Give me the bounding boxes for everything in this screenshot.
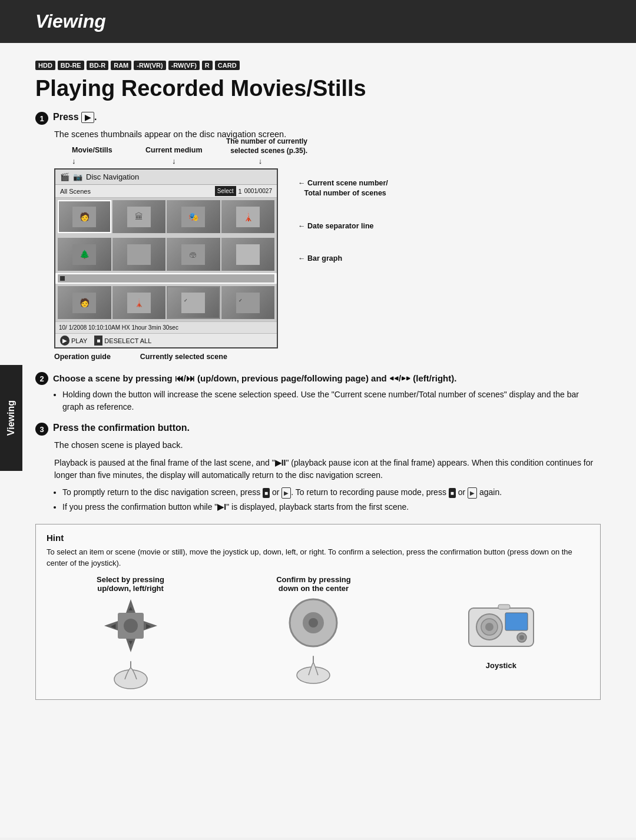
hint-controls: Select by pressing up/down, left/right [47, 575, 589, 691]
svg-rect-13 [236, 244, 260, 265]
svg-text:🌲: 🌲 [80, 250, 90, 260]
svg-point-28 [124, 619, 138, 633]
callout-bar-graph: ← Bar graph [298, 254, 388, 264]
step1-body: The scenes thumbnails appear on the disc… [54, 128, 601, 363]
diagram-left-col: Movie/Stills ↓ Current medium ↓ The numb… [54, 146, 290, 363]
screen-box: 🎬 📷 Disc Navigation All Scenes Select 1 [54, 168, 278, 349]
select-num: 1 [238, 187, 242, 197]
screen-select-info: Select 1 0001/0027 [215, 186, 272, 196]
play-label: PLAY [71, 336, 87, 346]
svg-rect-42 [505, 613, 528, 630]
svg-point-44 [519, 635, 524, 640]
dpad-svg: ▲ ▼ ◀ ▶ [101, 596, 160, 655]
badge-bdr: BD-R [87, 61, 109, 70]
svg-text:✓: ✓ [184, 298, 188, 303]
svg-point-36 [309, 618, 318, 627]
step3-body: The chosen scene is played back. Playbac… [54, 439, 601, 513]
side-tab: Viewing [0, 365, 22, 471]
svg-text:🏟: 🏟 [189, 250, 197, 259]
side-tab-text: Viewing [6, 400, 16, 436]
select-label: Select by pressing up/down, left/right [97, 575, 164, 593]
right-callouts: ← Current scene number/ Total number of … [298, 146, 388, 270]
svg-rect-45 [498, 605, 510, 609]
select-badge: Select [215, 186, 236, 196]
thumb-6 [112, 238, 166, 271]
screen-statusbar: 10/ 1/2008 10:10:10AM HX 1hour 3min 30se… [55, 321, 277, 333]
thumbnails-row2: 🌲 [55, 235, 277, 273]
confirm-btn-svg [287, 596, 340, 649]
screen-titlebar: 🎬 📷 Disc Navigation [55, 170, 277, 185]
callout-scene-number: ← Current scene number/ Total number of … [298, 178, 388, 199]
deselect-btn: ■ DESELECT ALL [94, 336, 151, 346]
screen-nav-title: Disc Navigation [86, 171, 139, 183]
hand-select-svg [107, 659, 154, 691]
step2-header: 2 Choose a scene by pressing ⏮/⏭ (up/dow… [35, 372, 601, 385]
thumb-8 [221, 238, 275, 271]
thumb-7: 🏟 [167, 238, 220, 271]
step3-desc1: The chosen scene is played back. [54, 439, 601, 452]
svg-rect-14 [60, 276, 65, 281]
badge-ram: RAM [111, 61, 131, 70]
badge-hdd: HDD [35, 61, 55, 70]
badge-r: R [202, 61, 213, 70]
top-labels: Movie/Stills ↓ Current medium ↓ The numb… [54, 146, 290, 167]
header-bar: Viewing [0, 0, 636, 43]
bottom-labels: Operation guide Currently selected scene [54, 351, 290, 363]
svg-text:▲: ▲ [127, 605, 134, 612]
camera-svg [463, 596, 539, 655]
svg-text:🧑: 🧑 [80, 212, 90, 222]
thumb-4: 🗼 [221, 200, 275, 233]
step3-title: Press the confirmation button. [53, 423, 190, 433]
hint-box: Hint To select an item or scene (movie o… [35, 524, 601, 700]
step2-title: Choose a scene by pressing ⏮/⏭ (up/down,… [53, 372, 456, 384]
date-separator [58, 274, 274, 283]
svg-rect-10 [127, 244, 151, 265]
badge-bdre: BD-RE [58, 61, 84, 70]
step2-body: Holding down the button will increase th… [54, 389, 601, 413]
svg-point-41 [485, 623, 493, 631]
step-2: 2 Choose a scene by pressing ⏮/⏭ (up/dow… [35, 372, 601, 413]
hand-confirm-svg [290, 653, 337, 685]
svg-text:🗼: 🗼 [243, 212, 253, 222]
step1-title: Press ▶. [53, 112, 97, 123]
label-currently-selected: Currently selected scene [140, 351, 227, 363]
screen-allscenes: All Scenes [60, 187, 91, 197]
thumb-11: ✓ [167, 286, 220, 319]
callout-date-separator: ← Date separator line [298, 221, 388, 232]
confirm-control: Confirm by pressing down on the center [276, 575, 350, 685]
joystick-control: Joystick [463, 575, 539, 670]
header-title: Viewing [35, 11, 106, 32]
hint-title: Hint [47, 533, 589, 543]
confirm-label: Confirm by pressing down on the center [276, 575, 350, 593]
badge-rwvf: -RW(VF) [168, 61, 200, 70]
joystick-label: Joystick [486, 661, 516, 670]
scene-counter: 0001/0027 [244, 187, 272, 195]
thumbnails-row3: 🧑 🗼 [55, 284, 277, 321]
step3-bullet-1: To promptly return to the disc navigatio… [62, 486, 601, 499]
step2-bullets: Holding down the button will increase th… [62, 389, 601, 413]
svg-text:◀: ◀ [111, 622, 116, 629]
deselect-label: DESELECT ALL [104, 336, 151, 346]
page-wrapper: Viewing Viewing HDD BD-RE BD-R RAM -RW(V… [0, 0, 636, 840]
screen-icon1: 🎬 [60, 171, 69, 183]
step3-bullet-2: If you press the confirmation button whi… [62, 501, 601, 513]
page-title: Playing Recorded Movies/Stills [35, 76, 601, 101]
select-control: Select by pressing up/down, left/right [97, 575, 164, 691]
label-operation-guide: Operation guide [54, 351, 111, 363]
svg-text:▶: ▶ [146, 622, 151, 629]
thumb-2: 🏛 [112, 200, 166, 233]
screen-toolbar: All Scenes Select 1 0001/0027 [55, 185, 277, 198]
thumb-3: 🎭 [167, 200, 220, 233]
thumb-12: ✓ [221, 286, 275, 319]
badge-rwvr: -RW(VR) [134, 61, 165, 70]
thumb-1: 🧑 [58, 200, 111, 233]
label-movie-stills: Movie/Stills ↓ [72, 145, 112, 167]
screen-icon2: 📷 [73, 171, 82, 183]
thumb-9: 🧑 [58, 286, 111, 319]
compat-badges: HDD BD-RE BD-R RAM -RW(VR) -RW(VF) R CAR… [35, 61, 601, 70]
svg-text:▼: ▼ [127, 639, 134, 646]
svg-text:✓: ✓ [238, 298, 243, 303]
play-btn: ▶ PLAY [60, 336, 87, 346]
thumb-10: 🗼 [112, 286, 166, 319]
step3-desc2: Playback is paused at the final frame of… [54, 457, 601, 482]
